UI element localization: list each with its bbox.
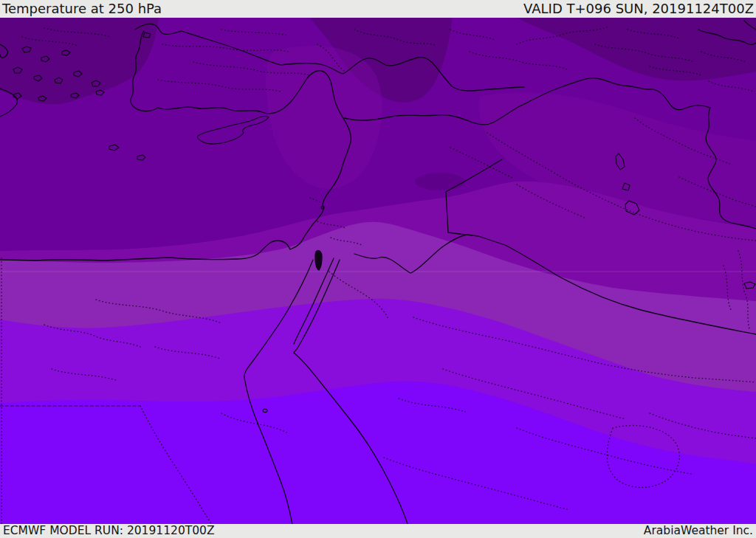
footer-bar: ECMWF MODEL RUN: 20191120T00Z ArabiaWeat… [0,524,756,538]
temperature-bands [0,18,756,524]
brand-label: ArabiaWeather Inc. [644,525,753,537]
weather-map-screen: Temperature at 250 hPa VALID T+096 SUN, … [0,0,756,538]
tuz-lake-shade [415,173,465,190]
map-title: Temperature at 250 hPa [2,2,162,15]
header-bar: Temperature at 250 hPa VALID T+096 SUN, … [0,0,756,18]
weather-map [0,18,756,524]
valid-time-label: VALID T+096 SUN, 20191124T00Z [523,2,754,15]
model-run-label: ECMWF MODEL RUN: 20191120T00Z [3,525,215,537]
dead-sea [315,250,322,270]
